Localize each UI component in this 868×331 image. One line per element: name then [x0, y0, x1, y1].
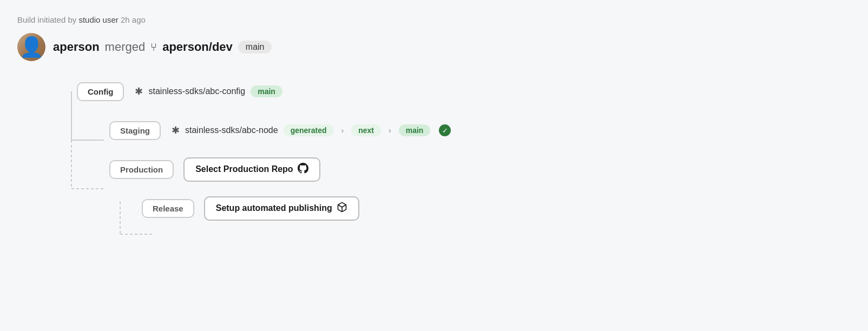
- chevron-1: ›: [341, 126, 344, 135]
- author-row: aperson merged ⑂ aperson/dev main: [17, 33, 613, 61]
- staging-row: Staging ✱ stainless-sdks/abc-node genera…: [55, 116, 613, 144]
- production-action-wrapper[interactable]: Select Production Repo: [183, 157, 320, 182]
- build-time: 2h ago: [121, 15, 146, 24]
- box-icon: [337, 202, 347, 215]
- commit-branch: main: [238, 41, 272, 54]
- config-branch-tag: main: [251, 85, 282, 97]
- avatar: [17, 33, 45, 61]
- staging-check-icon: ✓: [439, 124, 451, 136]
- pipeline-tree: Config ✱ stainless-sdks/abc-config main …: [17, 77, 613, 222]
- select-production-repo-label: Select Production Repo: [195, 164, 293, 174]
- setup-publishing-label: Setup automated publishing: [216, 203, 332, 213]
- config-label: Config: [88, 87, 113, 96]
- commit-action: merged: [105, 40, 146, 54]
- build-prefix: Build initiated by: [17, 15, 76, 24]
- main-container: Build initiated by studio user 2h ago ap…: [17, 15, 613, 222]
- config-row: Config ✱ stainless-sdks/abc-config main: [23, 77, 613, 105]
- author-text: aperson merged ⑂ aperson/dev main: [53, 40, 272, 54]
- staging-branch-generated: generated: [284, 124, 334, 136]
- staging-branch-next: next: [351, 124, 381, 136]
- setup-publishing-button[interactable]: Setup automated publishing: [204, 196, 359, 221]
- staging-node: Staging: [109, 121, 161, 140]
- config-asterisk: ✱: [135, 85, 143, 97]
- merge-icon: ⑂: [150, 41, 157, 54]
- production-label: Production: [120, 165, 163, 174]
- chevron-2: ›: [389, 126, 391, 135]
- staging-repo-info: ✱ stainless-sdks/abc-node generated › ne…: [172, 124, 451, 136]
- staging-label: Staging: [120, 126, 150, 135]
- release-node: Release: [142, 199, 194, 218]
- staging-branch-main: main: [399, 124, 431, 136]
- build-author: studio user: [78, 15, 118, 24]
- staging-asterisk: ✱: [172, 124, 180, 136]
- select-production-repo-button[interactable]: Select Production Repo: [183, 157, 320, 182]
- build-meta: Build initiated by studio user 2h ago: [17, 15, 613, 24]
- release-action-wrapper[interactable]: Setup automated publishing: [204, 196, 359, 221]
- github-icon: [298, 163, 308, 176]
- commit-repo: aperson/dev: [162, 40, 233, 54]
- release-label: Release: [153, 204, 183, 213]
- production-row: Production Select Production Repo: [55, 155, 613, 183]
- staging-repo: stainless-sdks/abc-node: [185, 125, 278, 135]
- config-repo: stainless-sdks/abc-config: [148, 87, 245, 96]
- config-node: Config: [77, 82, 124, 101]
- release-row: Release Setup automated publishing: [88, 194, 613, 222]
- config-repo-info: ✱ stainless-sdks/abc-config main: [135, 85, 282, 97]
- commit-author: aperson: [53, 40, 100, 54]
- production-node: Production: [109, 160, 174, 179]
